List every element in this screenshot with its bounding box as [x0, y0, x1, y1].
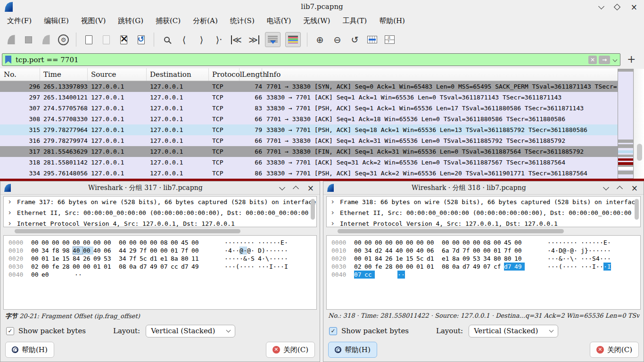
menu-item-wireless[interactable]: 无线(W): [297, 15, 336, 27]
hex-row[interactable]: 00100034f8984000400644297f0000017f00·4··…: [4, 247, 316, 255]
zoom-in-button[interactable]: ⊕: [314, 33, 326, 46]
zoom-out-button[interactable]: ⊖: [331, 33, 344, 46]
filter-input[interactable]: tcp.port == 7701: [16, 56, 588, 64]
save-file-button[interactable]: [100, 33, 113, 46]
tree-vertical-scrollbar[interactable]: [635, 199, 639, 220]
packet-row[interactable]: 317281.554636295127.0.0.1127.0.0.1TCP667…: [0, 146, 618, 157]
menu-item-go[interactable]: 跳转(G): [112, 15, 149, 27]
close-icon[interactable]: ×: [631, 4, 637, 10]
minimize-icon[interactable]: [603, 184, 609, 190]
menu-item-view[interactable]: 视图(V): [75, 15, 112, 27]
scrollbar-thumb[interactable]: [637, 144, 642, 161]
show-packet-bytes-checkbox[interactable]: ✓: [6, 327, 14, 335]
packet-row[interactable]: 318281.558011422127.0.0.1127.0.0.1TCP663…: [0, 157, 618, 168]
hex-row[interactable]: 004000e0··: [4, 271, 316, 279]
tree-vertical-scrollbar[interactable]: [311, 199, 315, 220]
help-button[interactable]: 帮助(H): [328, 342, 377, 358]
reload-file-button[interactable]: [135, 33, 148, 46]
maximize-icon[interactable]: [617, 186, 623, 192]
expander-icon[interactable]: ›: [8, 218, 17, 227]
expander-icon[interactable]: ›: [8, 197, 17, 207]
expander-icon[interactable]: ›: [8, 207, 17, 218]
expander-icon[interactable]: ›: [330, 218, 340, 227]
close-icon[interactable]: ×: [307, 185, 314, 191]
menu-item-tools[interactable]: 工具(T): [336, 15, 373, 27]
display-filter-bar[interactable]: tcp.port == 7701 ✕ →: [2, 53, 620, 66]
packet-row[interactable]: 307274.577057684127.0.0.1127.0.0.1TCP833…: [0, 103, 618, 114]
hex-row[interactable]: 004007cc··: [327, 271, 640, 279]
dialog-titlebar[interactable]: Wireshark · 分组 318 · lib7.pcapng×: [323, 181, 644, 195]
packet-row[interactable]: 315279.782779649127.0.0.1127.0.0.1TCP793…: [0, 124, 618, 135]
menu-item-telephony[interactable]: 电话(Y): [261, 15, 297, 27]
hex-row[interactable]: 00100034d244400040066a7d7f0000017f00·4·D…: [327, 247, 640, 255]
filter-add-button[interactable]: +: [627, 53, 636, 66]
tree-item[interactable]: ›Ethernet II, Src: 00:00:00_00:00:00 (00…: [4, 207, 316, 218]
packet-row[interactable]: 297265.134001214127.0.0.1127.0.0.1TCP663…: [0, 92, 618, 103]
tree-horizontal-scrollbar[interactable]: [326, 229, 641, 234]
close-button[interactable]: ✕关闭(C): [266, 342, 315, 358]
tree-item[interactable]: ›Ethernet II, Src: 00:00:00_00:00:00 (00…: [327, 207, 640, 218]
intelligent-scrollbar-minimap[interactable]: [618, 69, 634, 179]
stop-capture-button[interactable]: [22, 33, 35, 46]
column-header-protocol[interactable]: Protocol: [209, 68, 239, 81]
go-last-button[interactable]: ≫: [248, 33, 260, 46]
filter-bookmark-icon[interactable]: [5, 56, 11, 64]
tree-item[interactable]: ›Frame 317: 66 bytes on wire (528 bits),…: [4, 197, 316, 207]
hex-row[interactable]: 00300200fe2800000101080ad74907ccd749···(…: [4, 263, 316, 271]
tree-item[interactable]: ›Frame 318: 66 bytes on wire (528 bits),…: [327, 197, 640, 207]
column-header-source[interactable]: Source: [88, 68, 147, 81]
layout-chooser-button[interactable]: [383, 33, 396, 46]
menu-item-edit[interactable]: 编辑(E): [38, 15, 75, 27]
open-file-button[interactable]: [83, 33, 95, 46]
hex-row[interactable]: 0020000184261e155cd1e18a095334808010···&…: [327, 255, 640, 263]
expander-icon[interactable]: ›: [330, 207, 340, 218]
column-header-info[interactable]: Info: [262, 68, 618, 81]
close-file-button[interactable]: [117, 33, 130, 46]
filter-apply-icon[interactable]: →: [599, 56, 610, 64]
menu-item-statistics[interactable]: 统计(S): [224, 15, 261, 27]
menu-item-analyze[interactable]: 分析(A): [187, 15, 224, 27]
column-header-length[interactable]: Length: [239, 68, 262, 81]
menu-item-help[interactable]: 帮助(H): [373, 15, 411, 27]
column-header-destination[interactable]: Destination: [147, 68, 209, 81]
go-to-packet-button[interactable]: ⟩·: [213, 33, 225, 46]
tree-item[interactable]: ›Internet Protocol Version 4, Src: 127.0…: [327, 218, 640, 227]
go-forward-button[interactable]: ⟩: [195, 33, 208, 46]
tree-horizontal-scrollbar[interactable]: [3, 229, 317, 234]
column-header-no[interactable]: No.: [0, 68, 40, 81]
minimize-icon[interactable]: [598, 3, 604, 9]
column-header-time[interactable]: Time: [40, 68, 88, 81]
maximize-icon[interactable]: [614, 4, 620, 10]
hex-row[interactable]: 000000000000000000000000000008004500····…: [327, 239, 640, 247]
dialog-titlebar[interactable]: Wireshark · 分组 317 · lib7.pcapng×: [0, 181, 320, 195]
close-button[interactable]: ✕关闭(C): [590, 342, 639, 358]
packet-list-scrollbar[interactable]: [635, 69, 644, 179]
find-packet-button[interactable]: [160, 33, 173, 46]
hex-row[interactable]: 00300200fe2800000101080ad74907cfd749···(…: [327, 263, 640, 271]
hex-row[interactable]: 000000000000000000000000000008004500····…: [4, 239, 316, 247]
packet-row[interactable]: 334295.761480561127.0.0.1127.0.0.1TCP863…: [0, 168, 618, 179]
resize-columns-button[interactable]: [366, 33, 379, 46]
filter-dropdown-chevron-icon[interactable]: [613, 58, 618, 62]
help-button[interactable]: 帮助(H): [5, 342, 54, 358]
packet-row[interactable]: 316279.782799743127.0.0.1127.0.0.1TCP667…: [0, 135, 618, 146]
minimize-icon[interactable]: [279, 184, 285, 190]
packet-row[interactable]: 296265.133978931127.0.0.1127.0.0.1TCP747…: [0, 81, 618, 92]
scrollbar-thumb[interactable]: [15, 229, 240, 233]
close-icon[interactable]: ×: [631, 185, 638, 191]
packet-row[interactable]: 308274.577083309127.0.0.1127.0.0.1TCP667…: [0, 114, 618, 124]
show-packet-bytes-checkbox[interactable]: ✓: [329, 327, 337, 335]
menu-item-file[interactable]: 文件(F): [1, 15, 38, 27]
menu-item-capture[interactable]: 捕获(C): [149, 15, 187, 27]
auto-scroll-button[interactable]: [265, 32, 281, 47]
go-back-button[interactable]: ⟨: [178, 33, 190, 46]
colorize-button[interactable]: [285, 32, 301, 47]
layout-select[interactable]: Vertical (Stacked): [469, 325, 558, 337]
tree-item[interactable]: ›Internet Protocol Version 4, Src: 127.0…: [4, 218, 316, 227]
zoom-reset-button[interactable]: ↺: [348, 33, 361, 46]
capture-options-button[interactable]: ⚙: [57, 33, 70, 46]
start-capture-button[interactable]: [5, 33, 17, 46]
go-first-button[interactable]: ≪: [230, 33, 243, 46]
scrollbar-thumb[interactable]: [338, 229, 564, 233]
expander-icon[interactable]: ›: [330, 197, 340, 207]
